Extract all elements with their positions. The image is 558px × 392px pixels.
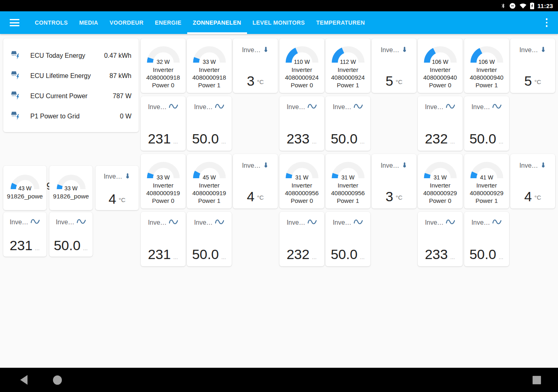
gauge-name: Inverter 4080000918 Power 0 xyxy=(141,66,186,89)
sensor-value-row: 3°C xyxy=(386,189,403,204)
gauge-name: Inverter 4080000940 Power 1 xyxy=(464,66,509,89)
thermometer-icon xyxy=(540,160,546,171)
sine-sensor-card[interactable]: Inve…233… xyxy=(279,96,324,151)
sine-sensor-card[interactable]: Inve…231… xyxy=(141,96,186,151)
sensor-value: 3 xyxy=(247,73,255,89)
gauge-card[interactable]: 32 WInverter 4080000918 Power 0 xyxy=(141,38,186,93)
sine-sensor-card[interactable]: Inve…231… xyxy=(141,212,186,266)
temperature-sensor-card[interactable]: Inve…5°C xyxy=(372,38,416,93)
sensor-name: Inve… xyxy=(242,46,260,54)
sine-wave-icon xyxy=(446,218,455,227)
recents-square-icon xyxy=(533,376,541,384)
overflow-menu-icon[interactable] xyxy=(535,11,558,34)
sensor-name: Inve… xyxy=(380,46,399,54)
solar-power-icon xyxy=(11,70,21,82)
temperature-sensor-card[interactable]: Inve…4°C xyxy=(233,154,278,209)
back-button[interactable] xyxy=(19,368,28,392)
sensor-value-row: 50.0… xyxy=(331,247,365,262)
tab-media[interactable]: MEDIA xyxy=(74,11,104,34)
do-not-disturb-icon xyxy=(509,2,516,9)
tab-voordeur[interactable]: VOORDEUR xyxy=(104,11,149,34)
temperature-sensor-card[interactable]: Inve…5°C xyxy=(510,38,555,93)
sine-sensor-card[interactable]: Inve…50.0… xyxy=(326,96,370,151)
menu-icon[interactable] xyxy=(0,11,29,34)
tab-temperaturen[interactable]: TEMPERATUREN xyxy=(311,11,370,34)
sine-sensor-card[interactable]: Inve…50.0… xyxy=(187,212,232,266)
sensor-label-row: Inve… xyxy=(380,45,407,55)
gauge-card[interactable]: 41 WInverter 4080000929 Power 1 xyxy=(464,154,509,209)
sensor-value-row: 50.0… xyxy=(192,247,226,262)
sine-sensor-card[interactable]: Inve…50.0… xyxy=(464,212,509,266)
gauge-card[interactable]: 43 W91826_powe xyxy=(3,166,46,210)
gauge-name: Inverter 4080000924 Power 0 xyxy=(279,66,324,89)
gauge: 112 W xyxy=(328,42,368,64)
sensor-value-row: 231… xyxy=(10,238,40,253)
tab-controls[interactable]: CONTROLS xyxy=(29,11,74,34)
home-button[interactable] xyxy=(53,368,62,392)
gauge-card[interactable]: 33 WInverter 4080000918 Power 1 xyxy=(187,38,232,93)
sensor-label-row: Inve… xyxy=(242,160,268,171)
entity-row[interactable]: ECU Lifetime Energy87 kWh xyxy=(11,66,131,86)
gauge: 31 W xyxy=(282,158,322,180)
sine-sensor-card[interactable]: Inve…50.0… xyxy=(326,212,370,266)
gauge-card[interactable]: 33 W91826_powe xyxy=(49,166,93,210)
tab-energie[interactable]: ENERGIE xyxy=(149,11,187,34)
ecu-summary-card[interactable]: ECU Today Energy0.47 kWh ECU Lifetime En… xyxy=(3,38,139,132)
gauge-card[interactable]: 110 WInverter 4080000924 Power 0 xyxy=(279,38,324,93)
sine-sensor-card[interactable]: Inve…50.0… xyxy=(187,96,232,151)
sine-wave-icon xyxy=(169,218,178,227)
sine-wave-icon xyxy=(76,218,86,227)
temperature-sensor-card[interactable]: Inve…3°C xyxy=(372,154,416,209)
tab-zonnepanelen[interactable]: ZONNEPANELEN xyxy=(187,11,247,34)
sensor-label-row: Inve… xyxy=(148,103,178,112)
temperature-sensor-card[interactable]: Inve…3°C xyxy=(233,38,278,93)
sensor-label-row: Inve… xyxy=(104,171,130,182)
gauge-name: Inverter 4080000940 Power 0 xyxy=(418,66,463,89)
entity-row[interactable]: ECU Today Energy0.47 kWh xyxy=(11,46,131,66)
sensor-value: 5 xyxy=(524,73,532,89)
entity-row[interactable]: P1 Power to Grid0 W xyxy=(11,106,131,126)
gauge-value: 31 W xyxy=(420,174,461,181)
sensor-name: Inve… xyxy=(287,219,305,226)
gauge-card[interactable]: 31 WInverter 4080000956 Power 0 xyxy=(279,154,324,209)
sine-sensor-card[interactable]: Inve…50.0… xyxy=(464,96,509,151)
gauge-card[interactable]: 31 WInverter 4080000956 Power 1 xyxy=(326,154,370,209)
gauge-card[interactable]: 45 WInverter 4080000919 Power 1 xyxy=(187,154,232,209)
sensor-unit: … xyxy=(360,255,365,260)
temperature-sensor-card[interactable]: Inve…4°C xyxy=(510,154,555,209)
gauge-card[interactable]: 33 WInverter 4080000919 Power 0 xyxy=(141,154,186,209)
entity-name: ECU Lifetime Energy xyxy=(30,72,91,80)
sensor-unit: °C xyxy=(257,78,264,85)
gauge-card[interactable]: 31 WInverter 4080000929 Power 0 xyxy=(418,154,463,209)
thermometer-icon xyxy=(125,171,131,182)
gauge-card[interactable]: 112 WInverter 4080000924 Power 1 xyxy=(326,38,370,93)
entity-row[interactable]: ECU Current Power787 W xyxy=(11,86,131,106)
app-bar: CONTROLSMEDIAVOORDEURENERGIEZONNEPANELEN… xyxy=(0,11,558,34)
sensor-value-row: 4°C xyxy=(524,189,541,204)
sine-sensor-card[interactable]: Inve…231… xyxy=(3,212,46,257)
solar-power-icon xyxy=(11,110,21,123)
recents-button[interactable] xyxy=(533,368,541,392)
battery-charging-icon xyxy=(530,2,534,9)
sensor-name: Inve… xyxy=(56,219,74,226)
sensor-unit: … xyxy=(450,139,455,145)
sensor-value-row: 5°C xyxy=(524,73,541,89)
sine-sensor-card[interactable]: Inve…50.0… xyxy=(49,212,93,257)
sensor-value-row: 50.0… xyxy=(469,247,504,262)
sensor-unit: °C xyxy=(119,196,126,203)
sine-sensor-card[interactable]: Inve…232… xyxy=(418,96,463,151)
temperature-sensor-card[interactable]: Inve…4°C xyxy=(95,166,139,210)
gauge-card[interactable]: 106 WInverter 4080000940 Power 0 xyxy=(418,38,463,93)
sine-sensor-card[interactable]: Inve…233… xyxy=(418,212,463,266)
sensor-label-row: Inve… xyxy=(56,218,86,227)
sensor-name: Inve… xyxy=(242,162,260,169)
sensor-label-row: Inve… xyxy=(425,218,455,227)
tab-level-monitors[interactable]: LEVEL MONITORS xyxy=(247,11,311,34)
sine-sensor-card[interactable]: Inve…232… xyxy=(279,212,324,266)
gauge-value: 41 W xyxy=(467,174,507,181)
sensor-value-row: 50.0… xyxy=(192,131,226,147)
sensor-label-row: Inve… xyxy=(242,45,268,55)
sensor-unit: … xyxy=(35,246,40,251)
gauge-card[interactable]: 106 WInverter 4080000940 Power 1 xyxy=(464,38,509,93)
sensor-label-row: Inve… xyxy=(519,160,546,171)
